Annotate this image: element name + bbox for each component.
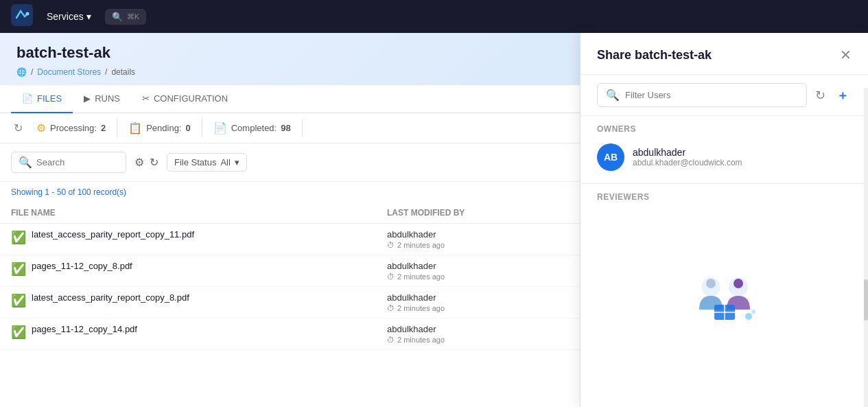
status-icon: ✅ [11,230,26,245]
services-label: Services [47,11,84,22]
refresh-button[interactable]: ↻ [11,119,25,137]
owner-info: abdulkhader abdul.khader@cloudwick.com [633,147,742,167]
filter-icon[interactable]: ⚙ [134,156,144,169]
scrollbar-thumb[interactable] [864,279,868,321]
breadcrumb-document-stores[interactable]: Document Stores [37,67,101,77]
file-name-cell: ✅ latest_access_parity_report_copy_11.pd… [11,229,387,245]
svg-rect-0 [11,4,33,26]
home-icon[interactable]: 🌐 [16,67,27,77]
runs-tab-icon: ▶ [84,93,91,104]
files-tab-label: FILES [37,93,62,104]
file-name-text: latest_access_parity_report_copy_8.pdf [32,292,189,303]
file-name-text: latest_access_parity_report_copy_11.pdf [32,229,194,240]
clock-icon: ⏱ [387,304,395,312]
tab-configuration[interactable]: ✂ CONFIGURATION [131,85,239,113]
search-shortcut: ⌘K [127,12,139,21]
clock-icon: ⏱ [387,241,395,249]
configuration-tab-label: CONFIGURATION [154,93,228,104]
main-layout: batch-test-ak 🌐 / Document Stores / deta… [0,33,868,407]
svg-point-9 [745,313,752,320]
breadcrumb-separator-1: / [31,67,33,77]
avatar: AB [597,143,624,171]
completed-label: Completed: [231,123,277,133]
status-filter-value: All [220,157,230,167]
pending-label: Pending: [146,123,181,133]
file-name-cell: ✅ pages_11-12_copy_8.pdf [11,261,387,277]
completed-icon: 📄 [213,121,227,135]
file-name-cell: ✅ pages_11-12_copy_14.pdf [11,324,387,340]
file-name-text: pages_11-12_copy_8.pdf [32,261,132,271]
filter-users-input[interactable] [625,90,798,100]
share-panel: Share batch-test-ak ✕ 🔍 ↻ ＋ Owners AB ab… [580,33,868,407]
search-icon: 🔍 [606,89,620,102]
clock-icon: ⏱ [387,272,395,281]
file-search-input[interactable] [36,157,119,167]
status-icon: ✅ [11,261,26,277]
refresh-icon[interactable]: ↻ [150,156,159,169]
pending-count: 0 [185,123,190,133]
completed-count: 98 [281,123,290,133]
share-toolbar: 🔍 ↻ ＋ [580,75,868,116]
status-icon: ✅ [11,325,26,340]
owner-email: abdul.khader@cloudwick.com [633,158,742,167]
search-icon: 🔍 [112,12,123,22]
svg-point-1 [26,12,30,16]
services-dropdown[interactable]: Services ▾ [41,8,97,25]
tab-runs[interactable]: ▶ RUNS [73,85,131,113]
processing-label: Processing: [50,123,97,133]
search-icon: 🔍 [19,156,32,169]
col-filename: File Name [11,208,387,218]
logo[interactable] [11,4,33,29]
runs-tab-label: RUNS [95,93,120,104]
owner-name: abdulkhader [633,147,742,158]
svg-point-10 [751,310,755,314]
status-filter[interactable]: File Status All ▾ [167,153,247,172]
owners-section-label: Owners [580,116,868,137]
svg-point-3 [706,279,716,288]
pending-stat: 📋 Pending: 0 [117,119,202,137]
owner-row: AB abdulkhader abdul.khader@cloudwick.co… [580,137,868,178]
pending-icon: 📋 [128,121,142,135]
file-name-cell: ✅ latest_access_parity_report_copy_8.pdf [11,292,387,308]
top-navigation: Services ▾ 🔍 ⌘K [0,0,868,33]
completed-stat: 📄 Completed: 98 [202,119,303,137]
reviewers-section-label: Reviewers [580,183,868,205]
share-panel-header: Share batch-test-ak ✕ [580,33,868,75]
processing-icon: ⚙ [36,121,46,135]
breadcrumb-separator-2: / [105,67,107,77]
clock-icon: ⏱ [387,336,395,344]
chevron-down-icon: ▾ [235,157,239,167]
filter-users-wrap[interactable]: 🔍 [597,83,807,107]
sync-button[interactable]: ↻ [812,85,828,106]
files-tab-icon: 📄 [22,93,33,104]
filter-icons: ⚙ ↻ [134,156,159,169]
configuration-tab-icon: ✂ [142,93,150,104]
close-button[interactable]: ✕ [840,47,852,63]
breadcrumb-current: details [111,67,135,77]
chevron-down-icon: ▾ [86,11,91,22]
svg-point-5 [734,279,743,288]
add-user-button[interactable]: ＋ [834,84,852,106]
global-search[interactable]: 🔍 ⌘K [105,9,146,25]
reviewers-illustration [580,205,868,407]
processing-stat: ⚙ Processing: 2 [25,119,117,137]
tab-files[interactable]: 📄 FILES [11,85,73,113]
file-name-text: pages_11-12_copy_14.pdf [32,324,137,334]
status-filter-label: File Status [174,157,216,167]
file-search-wrap[interactable]: 🔍 [11,152,126,173]
share-title: Share batch-test-ak [597,48,712,62]
status-icon: ✅ [11,293,26,308]
scrollbar-track[interactable] [864,88,868,407]
processing-count: 2 [101,123,106,133]
